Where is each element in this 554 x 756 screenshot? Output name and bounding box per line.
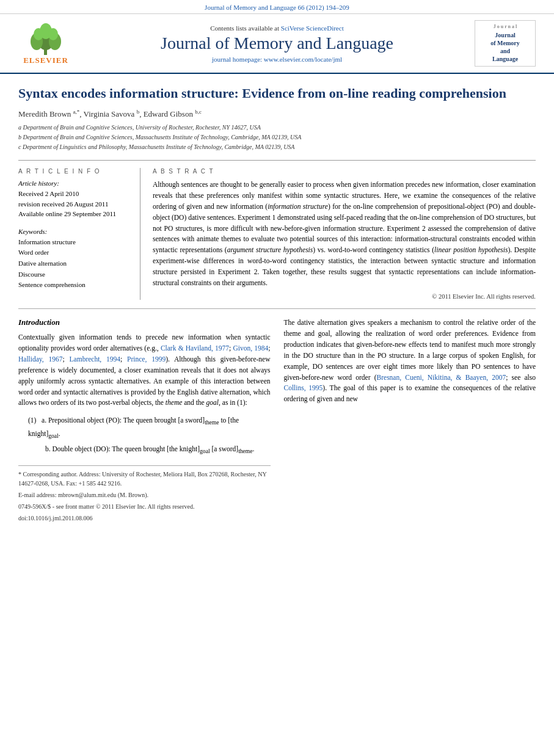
author-meredith-sup: a,* xyxy=(73,109,80,115)
journal-header: ELSEVIER Contents lists available at Sci… xyxy=(0,14,554,74)
received-date: Received 2 April 2010 xyxy=(18,189,131,199)
sub-goal-2: goal xyxy=(200,448,210,455)
author-meredith: Meredith Brown xyxy=(18,109,73,118)
body-left-column: Introduction Contextually given informat… xyxy=(18,318,271,525)
body-right-column: The dative alternation gives speakers a … xyxy=(284,318,536,525)
ref-givon[interactable]: Givon, 1984 xyxy=(233,344,268,352)
article-title: Syntax encodes information structure: Ev… xyxy=(18,85,536,103)
keywords-heading: Keywords: xyxy=(18,228,131,235)
abstract-paragraph: Although sentences are thought to be gen… xyxy=(153,180,536,288)
elsevier-logo-area: ELSEVIER xyxy=(12,22,79,65)
available-date: Available online 29 September 2011 xyxy=(18,209,131,219)
jml-logo-small-text: J o u r n a l xyxy=(478,24,532,30)
contents-line: Contents lists available at SciVerse Sci… xyxy=(79,24,475,32)
journal-reference-text: Journal of Memory and Language 66 (2012)… xyxy=(205,4,349,11)
elsevier-logo: ELSEVIER xyxy=(12,22,79,65)
elsevier-label: ELSEVIER xyxy=(23,56,68,65)
intro-paragraph-1: Contextually given information tends to … xyxy=(18,332,271,409)
example-block: (1) a. Prepositional object (PO): The qu… xyxy=(28,415,271,457)
article-history-block: Article history: Received 2 April 2010 r… xyxy=(18,180,131,219)
svg-point-6 xyxy=(48,28,58,40)
journal-reference-bar: Journal of Memory and Language 66 (2012)… xyxy=(0,0,554,14)
sub-theme-2: theme xyxy=(238,448,252,455)
article-info-column: A R T I C L E I N F O Article history: R… xyxy=(18,168,140,300)
svg-point-5 xyxy=(34,28,43,40)
keyword-1: Information structure xyxy=(18,237,131,248)
article-info-label: A R T I C L E I N F O xyxy=(18,168,131,175)
main-content: Syntax encodes information structure: Ev… xyxy=(0,74,554,537)
article-info-abstract-section: A R T I C L E I N F O Article history: R… xyxy=(18,160,536,300)
intro-para-1: Contextually given information tends to … xyxy=(18,332,271,409)
body-content: Introduction Contextually given informat… xyxy=(18,318,536,525)
keyword-3: Dative alternation xyxy=(18,258,131,269)
footnote-doi: doi:10.1016/j.jml.2011.08.006 xyxy=(18,514,271,523)
revision-date: revision received 26 August 2011 xyxy=(18,199,131,209)
ref-collins[interactable]: Collins, 1995 xyxy=(284,384,323,391)
abstract-italic-3: linear position hypothesis xyxy=(434,246,508,253)
journal-homepage: journal homepage: www.elsevier.com/locat… xyxy=(79,56,475,63)
sub-goal-1: goal xyxy=(48,432,59,439)
body-italic-goal: goal xyxy=(206,399,219,406)
affiliation-b: b Department of Brain and Cognitive Scie… xyxy=(18,133,536,142)
abstract-label: A B S T R A C T xyxy=(153,168,536,175)
history-heading: Article history: xyxy=(18,180,131,187)
contents-text: Contents lists available at xyxy=(210,24,279,32)
example-number: (1) a. Prepositional object (PO): The qu… xyxy=(28,415,271,441)
keyword-5: Sentence comprehension xyxy=(18,280,131,291)
keyword-2: Word order xyxy=(18,247,131,258)
footnote-issn: 0749-596X/$ - see front matter © 2011 El… xyxy=(18,502,271,511)
sciverse-link[interactable]: SciVerse ScienceDirect xyxy=(281,24,344,32)
footnote-email: E-mail address: mbrown@alum.mit.edu (M. … xyxy=(18,490,271,500)
jml-logo-title: Journalof MemoryandLanguage xyxy=(478,31,532,63)
ref-clark[interactable]: Clark & Haviland, 1977 xyxy=(161,344,229,352)
section-divider xyxy=(18,308,536,309)
jml-logo-box: J o u r n a l Journalof MemoryandLanguag… xyxy=(475,20,536,67)
footnote-area: * Corresponding author. Address: Univers… xyxy=(18,465,271,523)
ref-lambrecht[interactable]: Lambrecht, 1994 xyxy=(70,355,121,363)
jml-logo-area: J o u r n a l Journalof MemoryandLanguag… xyxy=(475,20,542,67)
abstract-italic-1: information structure xyxy=(268,203,328,210)
body-italic-theme: theme xyxy=(166,399,182,406)
affiliation-a: a Department of Brain and Cognitive Scie… xyxy=(18,123,536,132)
abstract-text: Although sentences are thought to be gen… xyxy=(153,180,536,288)
homepage-label: journal homepage: xyxy=(212,56,262,63)
elsevier-tree-icon xyxy=(21,22,70,56)
affiliation-c: c Department of Linguistics and Philosop… xyxy=(18,142,536,151)
journal-title: Journal of Memory and Language xyxy=(79,34,475,53)
introduction-heading: Introduction xyxy=(18,318,271,327)
example-b: b. Double object (DO): The queen brought… xyxy=(45,443,271,457)
ref-bresnan[interactable]: Bresnan, Cueni, Nikitina, & Baayen, 2007 xyxy=(377,374,506,381)
right-para-1: The dative alternation gives speakers a … xyxy=(284,318,536,405)
ref-halliday[interactable]: Halliday, 1967 xyxy=(18,355,63,363)
journal-header-center: Contents lists available at SciVerse Sci… xyxy=(79,24,475,63)
abstract-column: A B S T R A C T Although sentences are t… xyxy=(153,168,536,300)
footnote-corresponding: * Corresponding author. Address: Univers… xyxy=(18,470,271,488)
sub-theme-1: theme xyxy=(205,419,219,426)
homepage-url[interactable]: www.elsevier.com/locate/jml xyxy=(264,56,342,63)
right-body-text: The dative alternation gives speakers a … xyxy=(284,318,536,405)
keywords-block: Keywords: Information structure Word ord… xyxy=(18,228,131,291)
ref-prince[interactable]: Prince, 1999 xyxy=(127,355,166,363)
copyright-line: © 2011 Elsevier Inc. All rights reserved… xyxy=(153,293,536,300)
authors-line: Meredith Brown a,*, Virginia Savova b, E… xyxy=(18,109,536,119)
abstract-italic-2: argument structure hypothesis xyxy=(227,246,313,253)
keyword-4: Discourse xyxy=(18,269,131,280)
affiliations: a Department of Brain and Cognitive Scie… xyxy=(18,123,536,151)
